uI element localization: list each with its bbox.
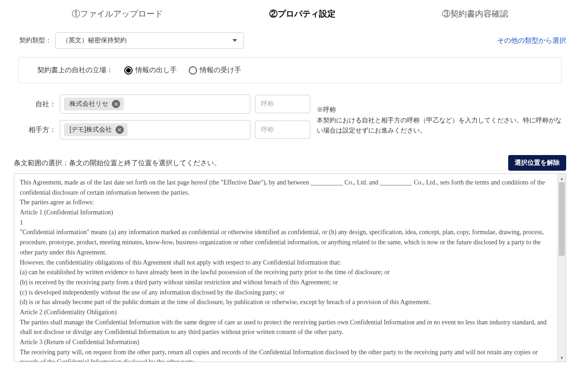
contract-type-value: （英文）秘密保持契約 bbox=[62, 36, 127, 45]
contract-type-row: 契約類型： （英文）秘密保持契約 その他の類型から選択 bbox=[14, 32, 566, 49]
close-icon[interactable]: ✕ bbox=[112, 100, 120, 108]
radio-label: 情報の受け手 bbox=[200, 66, 241, 75]
radio-checked-icon bbox=[124, 66, 133, 75]
contract-type-select[interactable]: （英文）秘密保持契約 bbox=[55, 32, 244, 49]
alias-help-text: ※呼称 本契約における自社と相手方の呼称（甲乙など）を入力してください。特に呼称… bbox=[310, 104, 566, 135]
close-icon[interactable]: ✕ bbox=[116, 126, 124, 134]
other-party-row: 相手方： [デモ]株式会社 ✕ 呼称 bbox=[14, 120, 310, 139]
own-party-tag: 株式会社リセ ✕ bbox=[64, 98, 124, 110]
scroll-thumb[interactable] bbox=[559, 182, 565, 256]
scroll-up-icon[interactable]: ▴ bbox=[558, 174, 566, 182]
other-party-tag: [デモ]株式会社 ✕ bbox=[64, 123, 128, 136]
own-party-row: 自社： 株式会社リセ ✕ 呼称 bbox=[14, 94, 310, 114]
radio-receiving-party[interactable]: 情報の受け手 bbox=[189, 66, 241, 75]
scroll-down-icon[interactable]: ▾ bbox=[558, 353, 566, 362]
step-3: ③契約書内容確認 bbox=[442, 8, 508, 19]
other-party-label: 相手方： bbox=[28, 126, 60, 134]
clear-selection-button[interactable]: 選択位置を解除 bbox=[508, 155, 566, 171]
position-label: 契約書上の自社の立場： bbox=[37, 66, 113, 75]
own-party-alias-input[interactable]: 呼称 bbox=[255, 95, 310, 113]
other-party-input[interactable]: [デモ]株式会社 ✕ bbox=[60, 120, 250, 139]
step-2: ②プロパティ設定 bbox=[269, 8, 336, 19]
own-party-tag-text: 株式会社リセ bbox=[70, 100, 108, 108]
document-viewer: This Agreement, made as of the last date… bbox=[14, 173, 566, 362]
radio-unchecked-icon bbox=[189, 66, 197, 75]
chevron-down-icon bbox=[232, 39, 237, 42]
own-party-label: 自社： bbox=[28, 100, 60, 109]
other-party-tag-text: [デモ]株式会社 bbox=[70, 126, 112, 134]
position-panel: 契約書上の自社の立場： 情報の出し手 情報の受け手 bbox=[18, 57, 562, 83]
scrollbar[interactable]: ▴ ▾ bbox=[557, 174, 566, 362]
radio-disclosing-party[interactable]: 情報の出し手 bbox=[124, 66, 177, 75]
contract-type-label: 契約類型： bbox=[14, 36, 55, 45]
alias-help-body: 本契約における自社と相手方の呼称（甲乙など）を入力してください。特に呼称がない場… bbox=[317, 115, 566, 136]
own-party-input[interactable]: 株式会社リセ ✕ bbox=[60, 94, 250, 114]
radio-label: 情報の出し手 bbox=[135, 66, 177, 75]
document-text[interactable]: This Agreement, made as of the last date… bbox=[14, 174, 557, 362]
step-indicator: ①ファイルアップロード ②プロパティ設定 ③契約書内容確認 bbox=[0, 0, 580, 32]
other-party-alias-input[interactable]: 呼称 bbox=[255, 121, 310, 139]
alias-help-title: ※呼称 bbox=[317, 104, 566, 115]
range-select-label: 条文範囲の選択：条文の開始位置と終了位置を選択してください。 bbox=[14, 159, 221, 167]
other-type-link[interactable]: その他の類型から選択 bbox=[497, 36, 566, 45]
step-1: ①ファイルアップロード bbox=[72, 8, 163, 19]
